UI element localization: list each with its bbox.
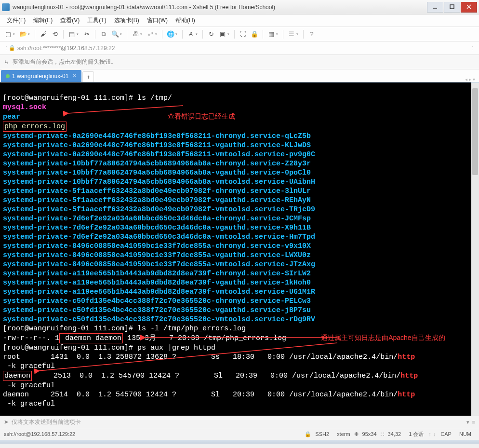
prompt: [root@wangruifeng-01 111.com]# bbox=[3, 344, 133, 352]
refresh-icon[interactable]: ↻ bbox=[206, 29, 216, 40]
separator bbox=[182, 30, 183, 39]
status-num: NUM bbox=[459, 431, 471, 437]
copy-icon[interactable]: ⧉ bbox=[98, 29, 109, 40]
app-icon bbox=[2, 3, 10, 11]
menu-tabs[interactable]: 选项卡(B) bbox=[110, 14, 143, 27]
toolbar: ▢▾ 📂▾ 🖌 ⟲ ▤▾ ✂ ⧉ 🔍▾ 🖶▾ ⇄▾ 🌐▾ A▾ ↻ ▣▾ ⛶ 🔒… bbox=[0, 27, 479, 41]
annotation-owner: 通过属主可知日志是由Apache自己生成的 bbox=[321, 334, 445, 341]
close-button[interactable] bbox=[461, 2, 477, 13]
scrollbar-thumb[interactable] bbox=[472, 88, 478, 175]
separator bbox=[234, 30, 235, 39]
next-session-icon[interactable]: ↓ bbox=[433, 431, 436, 437]
hint-bar: ⤷ 要添加当前会话，点击左侧的箭头按钮。 bbox=[0, 55, 479, 69]
window-border bbox=[0, 440, 479, 444]
menu-tools[interactable]: 工具(T) bbox=[83, 14, 110, 27]
properties-icon[interactable]: ▤ bbox=[67, 29, 77, 40]
fullscreen-icon[interactable]: ⛶ bbox=[238, 29, 248, 40]
dropdown-icon[interactable]: ▾ bbox=[28, 32, 32, 36]
command: ls -l /tmp/php_errors.log bbox=[137, 325, 246, 333]
dropdown-icon[interactable]: ▾ bbox=[120, 32, 124, 36]
address-text[interactable]: ssh://root:********@192.168.57.129:22 bbox=[17, 45, 470, 52]
menu-help[interactable]: 帮助(H) bbox=[172, 14, 199, 27]
maximize-button[interactable] bbox=[444, 2, 460, 13]
send-menu-icon[interactable]: ≡ bbox=[472, 419, 475, 425]
window-titlebar: wangruifenglinux-01 - root@wangruifeng-0… bbox=[0, 0, 479, 14]
separator bbox=[95, 30, 95, 39]
status-terminal-type: xterm bbox=[337, 431, 350, 437]
dropdown-icon[interactable]: ▾ bbox=[276, 32, 280, 36]
prompt: [root@wangruifeng-01 111.com]# bbox=[3, 325, 133, 333]
tab-label: 1 wangruifenglinux-01 bbox=[12, 73, 68, 80]
help-icon[interactable]: ? bbox=[306, 29, 317, 40]
transfer-icon[interactable]: ⇄ bbox=[145, 29, 156, 40]
prev-session-icon[interactable]: ↑ bbox=[428, 431, 431, 437]
terminal[interactable]: [root@wangruifeng-01 111.com]# ls /tmp/ … bbox=[0, 82, 479, 416]
font-icon[interactable]: A bbox=[186, 29, 196, 40]
dropdown-icon[interactable]: ▾ bbox=[77, 32, 80, 36]
tab-bar: 1 wangruifenglinux-01 ✕ + ◂ ▸ ▾ bbox=[0, 69, 479, 82]
list-icon[interactable]: ☰ bbox=[286, 29, 297, 40]
layout-icon[interactable]: ▦ bbox=[266, 29, 277, 40]
status-dot-icon bbox=[6, 74, 10, 78]
hint-text: 要添加当前会话，点击左侧的箭头按钮。 bbox=[13, 58, 117, 66]
menu-file[interactable]: 文件(F) bbox=[3, 14, 29, 27]
address-bar: ⋮ 🔒 ssh://root:********@192.168.57.129:2… bbox=[0, 41, 479, 55]
lock-icon[interactable]: 🔒 bbox=[249, 29, 260, 40]
open-icon[interactable]: 📂 bbox=[18, 29, 28, 40]
separator bbox=[162, 30, 162, 39]
send-bar: ➤ 仅将文本发送到当前选项卡 ▾ ≡ bbox=[0, 416, 479, 428]
minimize-button[interactable] bbox=[427, 2, 443, 13]
dropdown-icon[interactable]: ▾ bbox=[13, 32, 17, 36]
bookmark-icon[interactable]: ⤷ bbox=[4, 58, 10, 66]
file-symlink: pear bbox=[3, 113, 20, 121]
highlighted-user: daemon bbox=[3, 371, 32, 381]
window-controls bbox=[426, 2, 477, 13]
globe-icon[interactable]: 🌐 bbox=[165, 29, 176, 40]
reconnect-icon[interactable]: ⟲ bbox=[50, 29, 60, 40]
terminal-scrollbar[interactable] bbox=[471, 82, 479, 416]
dropdown-icon[interactable]: ▾ bbox=[175, 32, 179, 36]
send-input[interactable]: 仅将文本发送到当前选项卡 bbox=[12, 418, 464, 426]
print-icon[interactable]: 🖶 bbox=[130, 29, 141, 40]
status-caps: CAP bbox=[440, 431, 452, 437]
brush-icon[interactable]: 🖌 bbox=[38, 29, 49, 40]
separator bbox=[303, 30, 304, 39]
send-dropdown-icon[interactable]: ▾ bbox=[466, 419, 469, 425]
close-tab-icon[interactable]: ✕ bbox=[72, 73, 77, 79]
separator bbox=[202, 30, 203, 39]
annotation-error-log: 查看错误日志已经生成 bbox=[168, 112, 235, 120]
separator bbox=[263, 30, 263, 39]
separator bbox=[63, 30, 64, 39]
menu-window[interactable]: 窗口(W) bbox=[143, 14, 172, 27]
send-icon[interactable]: ➤ bbox=[4, 419, 9, 425]
cut-icon[interactable]: ✂ bbox=[81, 29, 92, 40]
svg-line-4 bbox=[67, 106, 183, 113]
dropdown-icon[interactable]: ▾ bbox=[155, 32, 159, 36]
prev-tab-icon[interactable]: ◂ bbox=[465, 77, 467, 82]
dropdown-icon[interactable]: ▾ bbox=[227, 32, 231, 36]
next-tab-icon[interactable]: ▸ bbox=[469, 77, 471, 82]
status-size: 95x34 bbox=[362, 431, 377, 437]
status-connection: ssh://root@192.168.57.129:22 bbox=[4, 431, 75, 437]
separator bbox=[283, 30, 283, 39]
highlighted-owner: daemon daemon bbox=[59, 333, 123, 343]
search-icon[interactable]: 🔍 bbox=[110, 29, 120, 40]
add-tab-button[interactable]: + bbox=[82, 71, 94, 82]
separator bbox=[127, 30, 127, 39]
dropdown-icon[interactable]: ▾ bbox=[140, 32, 144, 36]
tab-nav: ◂ ▸ ▾ bbox=[462, 77, 478, 82]
file-socket: mysql.sock bbox=[3, 103, 46, 111]
tab-menu-icon[interactable]: ▾ bbox=[473, 77, 475, 82]
new-session-icon[interactable]: ▢ bbox=[3, 29, 13, 40]
dropdown-icon[interactable]: ▾ bbox=[196, 32, 200, 36]
menu-view[interactable]: 查看(V) bbox=[56, 14, 83, 27]
window-title: wangruifenglinux-01 - root@wangruifeng-0… bbox=[13, 4, 426, 11]
menubar: 文件(F) 编辑(E) 查看(V) 工具(T) 选项卡(B) 窗口(W) 帮助(… bbox=[0, 14, 479, 27]
dropdown-icon[interactable]: ▾ bbox=[296, 32, 300, 36]
handle-icon: ⋮ bbox=[4, 45, 9, 51]
systemd-listing: systemd-private-0a2690e448c746fe86bf193e… bbox=[3, 132, 476, 324]
highlighted-file: php_errors.log bbox=[3, 122, 67, 132]
script-icon[interactable]: ▣ bbox=[217, 29, 228, 40]
session-tab[interactable]: 1 wangruifenglinux-01 ✕ bbox=[1, 70, 81, 82]
menu-edit[interactable]: 编辑(E) bbox=[29, 14, 56, 27]
